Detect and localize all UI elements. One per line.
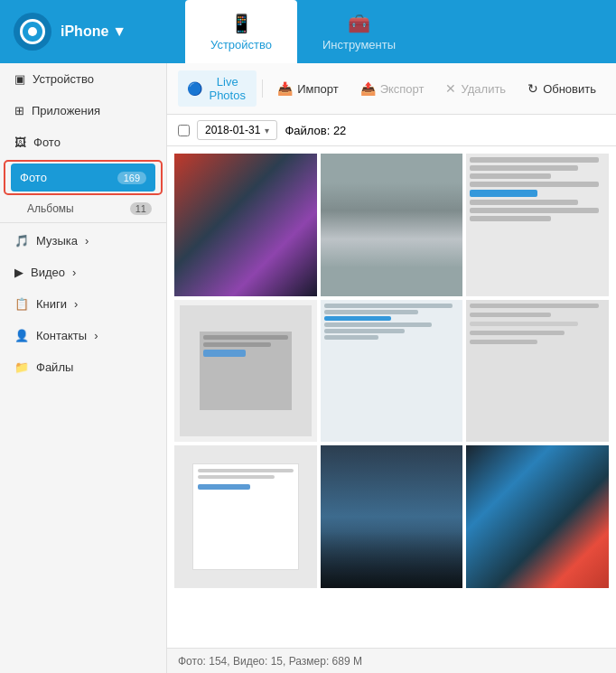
import-label: Импорт xyxy=(297,82,338,96)
photo-item[interactable] xyxy=(174,300,317,443)
date-picker-chevron: ▾ xyxy=(265,126,269,136)
device-tab-label: Устройство xyxy=(210,38,272,51)
device-icon: ▣ xyxy=(14,72,25,86)
main-layout: ▣ Устройство ⊞ Приложения 🖼 Фото Фото 16… xyxy=(0,63,616,673)
sidebar-music-label: Музыка xyxy=(36,234,78,248)
main-content: 🔵 Live Photos 📥 Импорт 📤 Экспорт ✕ Удали… xyxy=(167,63,616,673)
device-selector[interactable]: iPhone ▼ xyxy=(61,23,126,40)
sidebar-item-photos[interactable]: Фото 169 xyxy=(11,164,155,192)
photos-selected-group: Фото 169 xyxy=(4,160,163,195)
select-all-checkbox[interactable] xyxy=(178,125,190,136)
sidebar-photos-parent-label: Фото xyxy=(33,136,61,149)
import-icon: 📥 xyxy=(277,81,293,96)
sidebar-item-files[interactable]: 📁 Файлы xyxy=(0,351,166,383)
books-icon: 📋 xyxy=(14,297,29,311)
sidebar-device-label: Устройство xyxy=(33,72,94,86)
sidebar-divider-1 xyxy=(0,222,166,223)
live-photos-icon: 🔵 xyxy=(187,81,202,96)
sidebar-item-contacts[interactable]: 👤 Контакты › xyxy=(0,320,166,351)
photo-item[interactable] xyxy=(321,300,463,443)
tab-device[interactable]: 📱 Устройство xyxy=(185,0,297,63)
sidebar-apps-label: Приложения xyxy=(32,104,100,117)
contacts-expand-icon: › xyxy=(94,329,98,342)
sidebar-item-music[interactable]: 🎵 Музыка › xyxy=(0,225,166,257)
main-tabs: 📱 Устройство 🧰 Инструменты xyxy=(185,0,421,63)
refresh-button[interactable]: ↻ Обновить xyxy=(518,77,605,100)
sidebar-photos-label: Фото xyxy=(20,171,47,184)
tools-tab-icon: 🧰 xyxy=(348,13,370,34)
albums-badge: 11 xyxy=(130,202,152,215)
status-bar: Фото: 154, Видео: 15, Размер: 689 М xyxy=(167,648,616,673)
files-icon: 📁 xyxy=(14,360,29,374)
photo-grid xyxy=(167,146,616,648)
sidebar: ▣ Устройство ⊞ Приложения 🖼 Фото Фото 16… xyxy=(0,63,167,673)
app-logo-icon xyxy=(14,13,51,51)
books-expand-icon: › xyxy=(74,297,78,311)
sidebar-video-label: Видео xyxy=(31,266,65,279)
refresh-icon: ↻ xyxy=(527,81,538,96)
sidebar-files-label: Файлы xyxy=(36,360,73,374)
sidebar-item-photos-parent[interactable]: 🖼 Фото xyxy=(0,126,166,158)
live-photos-label: Live Photos xyxy=(207,75,247,102)
date-value: 2018-01-31 xyxy=(205,124,260,136)
photo-item[interactable] xyxy=(174,445,317,588)
device-dropdown-arrow: ▼ xyxy=(112,23,126,40)
export-icon: 📤 xyxy=(360,81,376,96)
status-text: Фото: 154, Видео: 15, Размер: 689 М xyxy=(178,655,362,668)
logo-area: iPhone ▼ xyxy=(0,0,167,63)
sidebar-contacts-label: Контакты xyxy=(36,329,87,342)
sidebar-item-albums[interactable]: Альбомы 11 xyxy=(27,197,166,220)
sidebar-item-books[interactable]: 📋 Книги › xyxy=(0,288,166,320)
photo-item[interactable] xyxy=(466,154,609,296)
toolbar-sep-1 xyxy=(262,79,263,98)
photo-item[interactable] xyxy=(466,300,609,443)
filter-bar: 2018-01-31 ▾ Файлов: 22 xyxy=(167,115,616,146)
music-icon: 🎵 xyxy=(14,234,29,248)
date-picker[interactable]: 2018-01-31 ▾ xyxy=(197,120,277,140)
photo-item[interactable] xyxy=(466,445,609,588)
photo-item[interactable] xyxy=(321,445,463,588)
export-label: Экспорт xyxy=(380,82,425,96)
music-expand-icon: › xyxy=(85,234,89,248)
tab-tools[interactable]: 🧰 Инструменты xyxy=(297,0,421,63)
refresh-label: Обновить xyxy=(543,82,596,96)
sidebar-item-video[interactable]: ▶ Видео › xyxy=(0,257,166,288)
content-toolbar: 🔵 Live Photos 📥 Импорт 📤 Экспорт ✕ Удали… xyxy=(167,63,616,115)
delete-icon: ✕ xyxy=(445,81,456,96)
sidebar-item-apps[interactable]: ⊞ Приложения xyxy=(0,95,166,126)
video-icon: ▶ xyxy=(14,266,23,279)
delete-button[interactable]: ✕ Удалить xyxy=(436,77,515,100)
tools-tab-label: Инструменты xyxy=(322,38,396,51)
sidebar-item-device[interactable]: ▣ Устройство xyxy=(0,63,166,95)
contacts-icon: 👤 xyxy=(14,329,29,342)
files-count-label: Файлов: 22 xyxy=(285,124,346,137)
app-header: iPhone ▼ 📱 Устройство 🧰 Инструменты xyxy=(0,0,616,63)
export-button[interactable]: 📤 Экспорт xyxy=(351,77,434,100)
photos-parent-icon: 🖼 xyxy=(14,136,26,149)
video-expand-icon: › xyxy=(72,266,76,279)
import-button[interactable]: 📥 Импорт xyxy=(268,77,347,100)
files-count-value: 22 xyxy=(333,124,346,137)
sidebar-books-label: Книги xyxy=(36,297,67,311)
device-tab-icon: 📱 xyxy=(230,13,253,34)
live-photos-button[interactable]: 🔵 Live Photos xyxy=(178,70,257,107)
photos-badge: 169 xyxy=(117,172,146,184)
sidebar-albums-label: Альбомы xyxy=(27,202,74,215)
sidebar-sub-albums: Альбомы 11 xyxy=(0,197,166,220)
photo-item[interactable] xyxy=(174,154,317,296)
delete-label: Удалить xyxy=(461,82,506,96)
photo-item[interactable] xyxy=(321,154,463,296)
apps-icon: ⊞ xyxy=(14,104,24,117)
device-name-label: iPhone xyxy=(61,23,108,40)
